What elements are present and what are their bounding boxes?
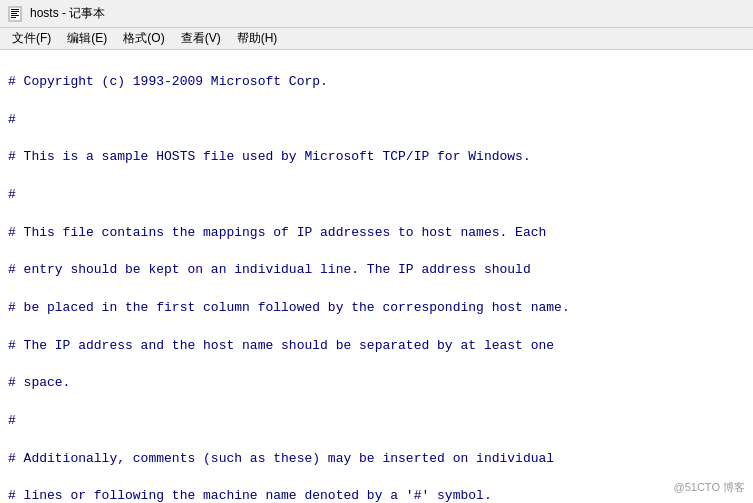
line-2: #	[8, 111, 745, 130]
watermark: @51CTO 博客	[674, 480, 745, 495]
line-3: # This is a sample HOSTS file used by Mi…	[8, 148, 745, 167]
menu-help[interactable]: 帮助(H)	[229, 28, 286, 49]
line-11: # Additionally, comments (such as these)…	[8, 450, 745, 469]
line-1: # Copyright (c) 1993-2009 Microsoft Corp…	[8, 73, 745, 92]
menu-view[interactable]: 查看(V)	[173, 28, 229, 49]
line-6: # entry should be kept on an individual …	[8, 261, 745, 280]
menu-file[interactable]: 文件(F)	[4, 28, 59, 49]
menu-bar: 文件(F) 编辑(E) 格式(O) 查看(V) 帮助(H)	[0, 28, 753, 50]
line-12: # lines or following the machine name de…	[8, 487, 745, 503]
svg-rect-3	[11, 13, 17, 14]
menu-edit[interactable]: 编辑(E)	[59, 28, 115, 49]
svg-rect-1	[11, 9, 19, 10]
svg-rect-2	[11, 11, 19, 12]
line-4: #	[8, 186, 745, 205]
line-10: #	[8, 412, 745, 431]
svg-rect-4	[11, 15, 19, 16]
line-5: # This file contains the mappings of IP …	[8, 224, 745, 243]
line-8: # The IP address and the host name shoul…	[8, 337, 745, 356]
svg-rect-5	[11, 17, 16, 18]
menu-format[interactable]: 格式(O)	[115, 28, 172, 49]
line-9: # space.	[8, 374, 745, 393]
title-bar-text: hosts - 记事本	[30, 5, 105, 22]
text-content[interactable]: # Copyright (c) 1993-2009 Microsoft Corp…	[0, 50, 753, 503]
title-bar: hosts - 记事本	[0, 0, 753, 28]
line-7: # be placed in the first column followed…	[8, 299, 745, 318]
title-bar-icon	[8, 6, 24, 22]
